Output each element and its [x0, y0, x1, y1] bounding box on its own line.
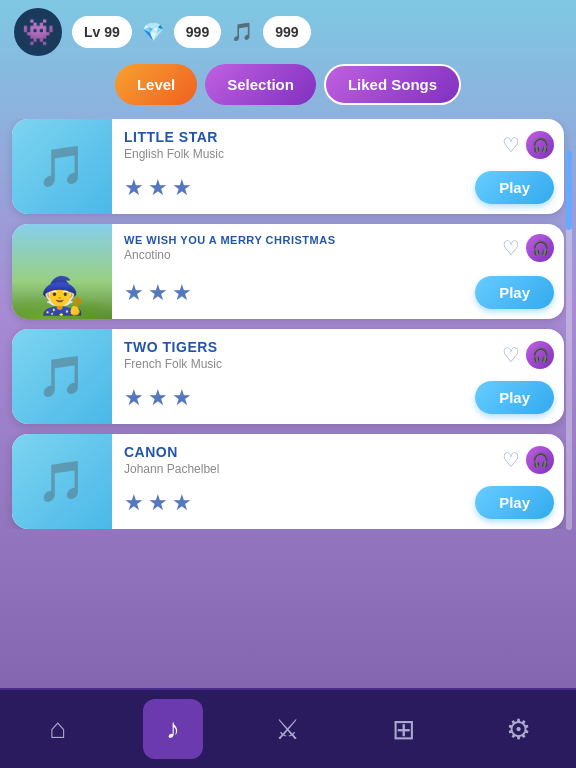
bottom-nav: ⌂ ♪ ⚔ ⊞ ⚙ [0, 688, 576, 768]
diamond-icon: 💎 [142, 21, 164, 43]
song-thumb-canon: 🎵 [12, 434, 112, 529]
nav-item-battle[interactable]: ⚔ [258, 699, 318, 759]
music-count: 999 [275, 24, 298, 40]
heart-icon-we-wish[interactable]: ♡ [502, 236, 520, 260]
song-title-we-wish: WE WISH YOU A MERRY CHRISTMAS [124, 234, 336, 246]
song-title-two-tigers: TWO TIGERS [124, 339, 222, 355]
star-3: ★ [172, 175, 192, 201]
avatar: 👾 [14, 8, 62, 56]
home-icon: ⌂ [49, 713, 66, 745]
song-footer-canon: ★ ★ ★ Play [124, 486, 554, 519]
diamond-stat-bar: 999 [174, 16, 221, 48]
song-header-we-wish: WE WISH YOU A MERRY CHRISTMAS Ancotino ♡… [124, 234, 554, 262]
settings-icon: ⚙ [506, 713, 531, 746]
song-header-canon: CANON Johann Pachelbel ♡ 🎧 [124, 444, 554, 476]
song-card-we-wish: 🧙 WE WISH YOU A MERRY CHRISTMAS Ancotino… [12, 224, 564, 319]
song-icons-little-star: ♡ 🎧 [502, 131, 554, 159]
stars-canon: ★ ★ ★ [124, 490, 192, 516]
tab-selection[interactable]: Selection [205, 64, 316, 105]
stars-we-wish: ★ ★ ★ [124, 280, 192, 306]
tab-liked-songs[interactable]: Liked Songs [324, 64, 461, 105]
song-thumb-two-tigers: 🎵 [12, 329, 112, 424]
star-2: ★ [148, 490, 168, 516]
song-info-we-wish: WE WISH YOU A MERRY CHRISTMAS Ancotino ♡… [112, 224, 564, 319]
song-header-two-tigers: TWO TIGERS French Folk Music ♡ 🎧 [124, 339, 554, 371]
nature-scene-figure: 🧙 [40, 275, 85, 317]
heart-icon-little-star[interactable]: ♡ [502, 133, 520, 157]
song-artist-we-wish: Ancotino [124, 248, 336, 262]
song-title-little-star: LITTLE STAR [124, 129, 224, 145]
play-btn-little-star[interactable]: Play [475, 171, 554, 204]
level-stat-bar: Lv 99 [72, 16, 132, 48]
star-1: ★ [124, 385, 144, 411]
nav-item-home[interactable]: ⌂ [28, 699, 88, 759]
scroll-thumb[interactable] [566, 150, 572, 230]
song-icons-two-tigers: ♡ 🎧 [502, 341, 554, 369]
song-card-two-tigers: 🎵 TWO TIGERS French Folk Music ♡ 🎧 ★ ★ ★ [12, 329, 564, 424]
headphone-icon-little-star[interactable]: 🎧 [526, 131, 554, 159]
nav-item-settings[interactable]: ⚙ [488, 699, 548, 759]
song-footer-we-wish: ★ ★ ★ Play [124, 276, 554, 309]
heart-icon-two-tigers[interactable]: ♡ [502, 343, 520, 367]
nav-item-music[interactable]: ♪ [143, 699, 203, 759]
song-header-little-star: LITTLE STAR English Folk Music ♡ 🎧 [124, 129, 554, 161]
song-footer-two-tigers: ★ ★ ★ Play [124, 381, 554, 414]
headphone-icon-we-wish[interactable]: 🎧 [526, 234, 554, 262]
scroll-indicator [566, 150, 572, 530]
play-btn-two-tigers[interactable]: Play [475, 381, 554, 414]
heart-icon-canon[interactable]: ♡ [502, 448, 520, 472]
shop-icon: ⊞ [392, 713, 415, 746]
stars-two-tigers: ★ ★ ★ [124, 385, 192, 411]
tab-level[interactable]: Level [115, 64, 197, 105]
song-artist-two-tigers: French Folk Music [124, 357, 222, 371]
play-btn-we-wish[interactable]: Play [475, 276, 554, 309]
nav-tabs: Level Selection Liked Songs [0, 64, 576, 105]
song-artist-canon: Johann Pachelbel [124, 462, 219, 476]
stars-little-star: ★ ★ ★ [124, 175, 192, 201]
diamond-count: 999 [186, 24, 209, 40]
song-card-canon: 🎵 CANON Johann Pachelbel ♡ 🎧 ★ ★ ★ [12, 434, 564, 529]
star-2: ★ [148, 385, 168, 411]
song-thumb-we-wish: 🧙 [12, 224, 112, 319]
star-2: ★ [148, 280, 168, 306]
header: 👾 Lv 99 💎 999 🎵 999 [0, 0, 576, 64]
song-info-little-star: LITTLE STAR English Folk Music ♡ 🎧 ★ ★ ★… [112, 119, 564, 214]
song-info-two-tigers: TWO TIGERS French Folk Music ♡ 🎧 ★ ★ ★ P… [112, 329, 564, 424]
song-info-canon: CANON Johann Pachelbel ♡ 🎧 ★ ★ ★ Play [112, 434, 564, 529]
music-stat-bar: 999 [263, 16, 310, 48]
song-footer-little-star: ★ ★ ★ Play [124, 171, 554, 204]
star-3: ★ [172, 280, 192, 306]
song-list: 🎵 LITTLE STAR English Folk Music ♡ 🎧 ★ ★… [0, 119, 576, 529]
star-3: ★ [172, 490, 192, 516]
song-thumb-little-star: 🎵 [12, 119, 112, 214]
song-artist-little-star: English Folk Music [124, 147, 224, 161]
battle-icon: ⚔ [275, 713, 300, 746]
headphone-icon-two-tigers[interactable]: 🎧 [526, 341, 554, 369]
music-icon: ♪ [166, 713, 180, 745]
star-1: ★ [124, 490, 144, 516]
level-label: Lv 99 [84, 24, 120, 40]
headphone-icon-canon[interactable]: 🎧 [526, 446, 554, 474]
star-3: ★ [172, 385, 192, 411]
star-1: ★ [124, 280, 144, 306]
song-title-canon: CANON [124, 444, 219, 460]
song-card-little-star: 🎵 LITTLE STAR English Folk Music ♡ 🎧 ★ ★… [12, 119, 564, 214]
play-btn-canon[interactable]: Play [475, 486, 554, 519]
song-icons-we-wish: ♡ 🎧 [502, 234, 554, 262]
star-2: ★ [148, 175, 168, 201]
music-note-icon: 🎵 [231, 21, 253, 43]
song-icons-canon: ♡ 🎧 [502, 446, 554, 474]
nav-item-shop[interactable]: ⊞ [373, 699, 433, 759]
star-1: ★ [124, 175, 144, 201]
